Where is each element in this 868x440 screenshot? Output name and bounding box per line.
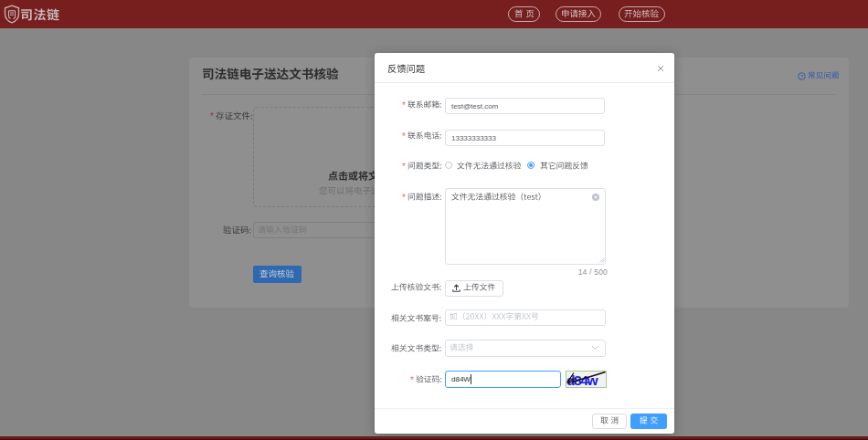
svg-text:?: ? — [799, 73, 803, 79]
